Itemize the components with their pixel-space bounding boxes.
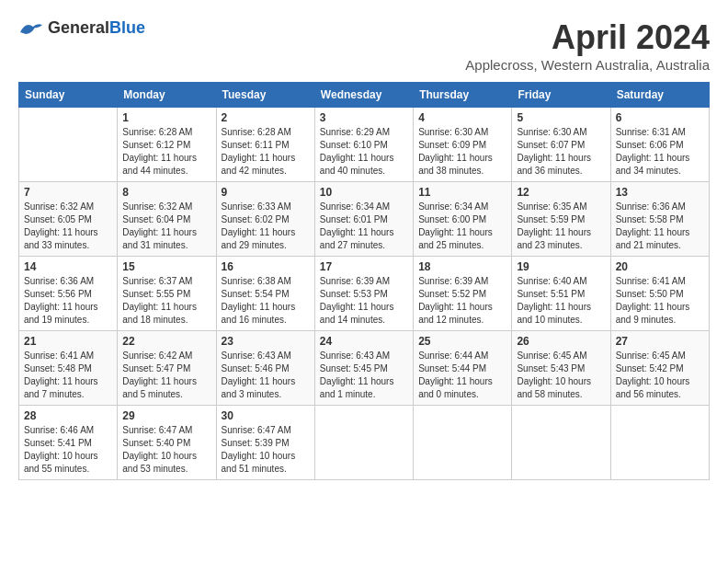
calendar-cell: 26Sunrise: 6:45 AM Sunset: 5:43 PM Dayli…: [512, 331, 610, 406]
header-monday: Monday: [118, 83, 216, 108]
calendar-cell: 3Sunrise: 6:29 AM Sunset: 6:10 PM Daylig…: [314, 108, 413, 182]
header-thursday: Thursday: [414, 83, 512, 108]
calendar-cell: 11Sunrise: 6:34 AM Sunset: 6:00 PM Dayli…: [414, 182, 512, 257]
calendar-cell: 1Sunrise: 6:28 AM Sunset: 6:12 PM Daylig…: [118, 108, 216, 182]
day-number: 4: [418, 111, 506, 124]
calendar-table: SundayMondayTuesdayWednesdayThursdayFrid…: [18, 82, 710, 480]
calendar-cell: [512, 406, 610, 480]
day-info: Sunrise: 6:47 AM Sunset: 5:40 PM Dayligh…: [122, 424, 210, 476]
day-info: Sunrise: 6:37 AM Sunset: 5:55 PM Dayligh…: [122, 275, 210, 327]
day-info: Sunrise: 6:36 AM Sunset: 5:56 PM Dayligh…: [24, 275, 112, 327]
logo-blue: Blue: [109, 18, 145, 37]
day-number: 26: [517, 335, 605, 348]
day-number: 23: [222, 335, 310, 348]
day-number: 13: [616, 186, 704, 199]
calendar-cell: 30Sunrise: 6:47 AM Sunset: 5:39 PM Dayli…: [216, 406, 314, 480]
calendar-cell: 6Sunrise: 6:31 AM Sunset: 6:06 PM Daylig…: [610, 108, 709, 182]
calendar-cell: 25Sunrise: 6:44 AM Sunset: 5:44 PM Dayli…: [414, 331, 512, 406]
day-info: Sunrise: 6:31 AM Sunset: 6:06 PM Dayligh…: [616, 126, 704, 178]
day-number: 17: [320, 260, 408, 273]
day-info: Sunrise: 6:45 AM Sunset: 5:43 PM Dayligh…: [517, 350, 605, 401]
calendar-cell: [19, 108, 118, 182]
day-number: 18: [418, 260, 506, 273]
day-number: 16: [222, 260, 310, 273]
calendar-cell: 20Sunrise: 6:41 AM Sunset: 5:50 PM Dayli…: [610, 257, 709, 331]
logo: GeneralBlue: [18, 18, 145, 38]
day-number: 22: [122, 335, 210, 348]
day-number: 24: [320, 335, 408, 348]
header-tuesday: Tuesday: [216, 83, 314, 108]
day-info: Sunrise: 6:43 AM Sunset: 5:45 PM Dayligh…: [320, 350, 408, 401]
day-number: 28: [24, 409, 112, 422]
day-number: 30: [222, 409, 310, 422]
calendar-week-2: 14Sunrise: 6:36 AM Sunset: 5:56 PM Dayli…: [19, 257, 710, 331]
day-number: 6: [616, 111, 704, 124]
calendar-cell: 4Sunrise: 6:30 AM Sunset: 6:09 PM Daylig…: [414, 108, 512, 182]
calendar-cell: 27Sunrise: 6:45 AM Sunset: 5:42 PM Dayli…: [610, 331, 709, 406]
calendar-cell: 12Sunrise: 6:35 AM Sunset: 5:59 PM Dayli…: [512, 182, 610, 257]
day-info: Sunrise: 6:32 AM Sunset: 6:04 PM Dayligh…: [122, 201, 210, 252]
calendar-cell: 15Sunrise: 6:37 AM Sunset: 5:55 PM Dayli…: [118, 257, 216, 331]
day-number: 21: [24, 335, 112, 348]
calendar-cell: 23Sunrise: 6:43 AM Sunset: 5:46 PM Dayli…: [216, 331, 314, 406]
calendar-week-4: 28Sunrise: 6:46 AM Sunset: 5:41 PM Dayli…: [19, 406, 710, 480]
calendar-week-0: 1Sunrise: 6:28 AM Sunset: 6:12 PM Daylig…: [19, 108, 710, 182]
day-number: 3: [320, 111, 408, 124]
day-info: Sunrise: 6:29 AM Sunset: 6:10 PM Dayligh…: [320, 126, 408, 178]
day-number: 15: [122, 260, 210, 273]
day-info: Sunrise: 6:38 AM Sunset: 5:54 PM Dayligh…: [222, 275, 310, 327]
day-info: Sunrise: 6:41 AM Sunset: 5:50 PM Dayligh…: [616, 275, 704, 327]
calendar-cell: 22Sunrise: 6:42 AM Sunset: 5:47 PM Dayli…: [118, 331, 216, 406]
header: GeneralBlue April 2024 Applecross, Weste…: [18, 18, 710, 73]
calendar-cell: 29Sunrise: 6:47 AM Sunset: 5:40 PM Dayli…: [118, 406, 216, 480]
day-number: 19: [517, 260, 605, 273]
calendar-cell: 19Sunrise: 6:40 AM Sunset: 5:51 PM Dayli…: [512, 257, 610, 331]
month-title: April 2024: [465, 18, 710, 57]
day-number: 9: [222, 186, 310, 199]
day-number: 12: [517, 186, 605, 199]
day-info: Sunrise: 6:30 AM Sunset: 6:09 PM Dayligh…: [418, 126, 506, 178]
calendar-cell: 10Sunrise: 6:34 AM Sunset: 6:01 PM Dayli…: [314, 182, 413, 257]
calendar-cell: 28Sunrise: 6:46 AM Sunset: 5:41 PM Dayli…: [19, 406, 118, 480]
day-info: Sunrise: 6:28 AM Sunset: 6:11 PM Dayligh…: [222, 126, 310, 178]
day-info: Sunrise: 6:45 AM Sunset: 5:42 PM Dayligh…: [616, 350, 704, 401]
calendar-cell: 14Sunrise: 6:36 AM Sunset: 5:56 PM Dayli…: [19, 257, 118, 331]
location-subtitle: Applecross, Western Australia, Australia: [465, 57, 710, 73]
calendar-cell: 16Sunrise: 6:38 AM Sunset: 5:54 PM Dayli…: [216, 257, 314, 331]
calendar-cell: 18Sunrise: 6:39 AM Sunset: 5:52 PM Dayli…: [414, 257, 512, 331]
calendar-cell: 21Sunrise: 6:41 AM Sunset: 5:48 PM Dayli…: [19, 331, 118, 406]
day-number: 1: [122, 111, 210, 124]
day-number: 20: [616, 260, 704, 273]
calendar-cell: [610, 406, 709, 480]
day-info: Sunrise: 6:39 AM Sunset: 5:52 PM Dayligh…: [418, 275, 506, 327]
header-saturday: Saturday: [610, 83, 709, 108]
calendar-cell: [414, 406, 512, 480]
day-info: Sunrise: 6:36 AM Sunset: 5:58 PM Dayligh…: [616, 201, 704, 252]
calendar-header-row: SundayMondayTuesdayWednesdayThursdayFrid…: [19, 83, 710, 108]
header-sunday: Sunday: [19, 83, 118, 108]
day-info: Sunrise: 6:34 AM Sunset: 6:00 PM Dayligh…: [418, 201, 506, 252]
day-info: Sunrise: 6:47 AM Sunset: 5:39 PM Dayligh…: [222, 424, 310, 476]
day-number: 14: [24, 260, 112, 273]
day-info: Sunrise: 6:32 AM Sunset: 6:05 PM Dayligh…: [24, 201, 112, 252]
calendar-week-3: 21Sunrise: 6:41 AM Sunset: 5:48 PM Dayli…: [19, 331, 710, 406]
calendar-cell: 17Sunrise: 6:39 AM Sunset: 5:53 PM Dayli…: [314, 257, 413, 331]
day-number: 10: [320, 186, 408, 199]
day-info: Sunrise: 6:46 AM Sunset: 5:41 PM Dayligh…: [24, 424, 112, 476]
logo-general: General: [48, 18, 109, 37]
day-info: Sunrise: 6:44 AM Sunset: 5:44 PM Dayligh…: [418, 350, 506, 401]
day-number: 7: [24, 186, 112, 199]
day-info: Sunrise: 6:42 AM Sunset: 5:47 PM Dayligh…: [122, 350, 210, 401]
day-number: 27: [616, 335, 704, 348]
day-number: 5: [517, 111, 605, 124]
day-info: Sunrise: 6:35 AM Sunset: 5:59 PM Dayligh…: [517, 201, 605, 252]
header-wednesday: Wednesday: [314, 83, 413, 108]
day-number: 2: [222, 111, 310, 124]
day-number: 25: [418, 335, 506, 348]
calendar-cell: 8Sunrise: 6:32 AM Sunset: 6:04 PM Daylig…: [118, 182, 216, 257]
day-number: 29: [122, 409, 210, 422]
calendar-cell: 24Sunrise: 6:43 AM Sunset: 5:45 PM Dayli…: [314, 331, 413, 406]
day-info: Sunrise: 6:41 AM Sunset: 5:48 PM Dayligh…: [24, 350, 112, 401]
title-area: April 2024 Applecross, Western Australia…: [465, 18, 710, 73]
day-number: 8: [122, 186, 210, 199]
